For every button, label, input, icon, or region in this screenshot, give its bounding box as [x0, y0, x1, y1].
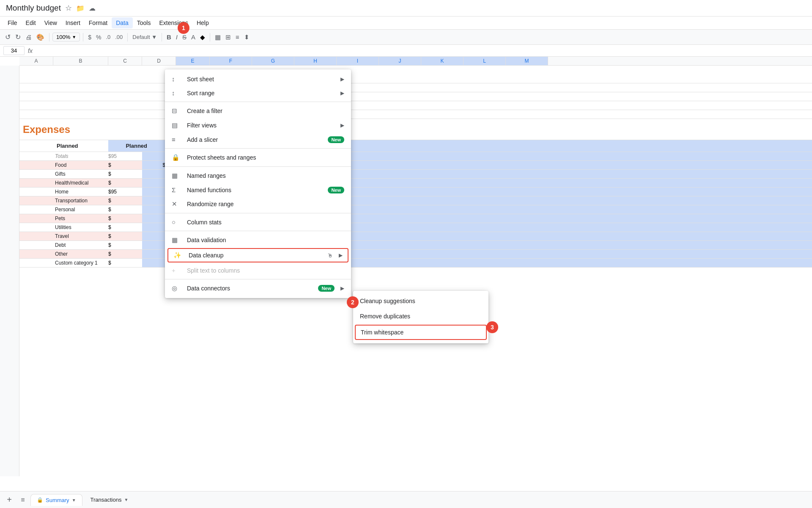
table-row: Transportation $ $450 $0 -$450: [19, 196, 812, 205]
menu-sort-sheet[interactable]: ↕ Sort sheet ▶: [165, 72, 351, 86]
filter-icon: ⊟: [172, 107, 181, 115]
table-row: Food $ $12,000 $0 -$12,000: [19, 161, 812, 170]
currency-button[interactable]: $: [86, 32, 93, 42]
cell-reference[interactable]: 34: [3, 46, 25, 55]
menu-help[interactable]: Help: [192, 17, 213, 28]
cleanup-suggestions-item[interactable]: Cleanup suggestions: [353, 293, 488, 309]
col-header-d[interactable]: D: [142, 57, 176, 65]
sigma-icon: Σ: [172, 186, 181, 193]
fill-color-button[interactable]: ◆: [198, 32, 207, 43]
valign-button[interactable]: ⬍: [242, 32, 251, 43]
data-menu: ↕ Sort sheet ▶ ↕ Sort range ▶ ⊟ Create a…: [165, 69, 351, 298]
menu-edit[interactable]: Edit: [22, 17, 40, 28]
borders-button[interactable]: ▦: [213, 32, 222, 43]
menu-filter-views[interactable]: ▤ Filter views ▶: [165, 118, 351, 133]
remove-duplicates-label: Remove duplicates: [360, 313, 410, 320]
menu-data-cleanup[interactable]: ✨ Data cleanup 🖱 ▶: [167, 248, 348, 262]
paint-format-button[interactable]: 🎨: [35, 32, 46, 43]
menu-data[interactable]: Data: [112, 17, 133, 28]
fx-icon: fx: [28, 47, 33, 54]
named-ranges-icon: ▦: [172, 172, 181, 179]
menu-named-functions[interactable]: Σ Named functions New: [165, 183, 351, 197]
menu-insert[interactable]: Insert: [61, 17, 85, 28]
col-header-a[interactable]: A: [19, 57, 53, 65]
menu-sort-range[interactable]: ↕ Sort range ▶: [165, 86, 351, 100]
stats-icon: ○: [172, 218, 181, 226]
table-row: Custom category 1 $: [19, 259, 812, 268]
trim-whitespace-label: Trim whitespace: [361, 329, 403, 336]
col-header-g[interactable]: G: [252, 57, 294, 65]
split-text-label: Split text to columns: [187, 267, 344, 274]
data-validation-label: Data validation: [187, 237, 344, 243]
step3-badge: 3: [486, 321, 498, 333]
menu-tools[interactable]: Tools: [133, 17, 155, 28]
sheet-menu-button[interactable]: ≡: [17, 494, 29, 506]
zoom-selector[interactable]: 100% ▼: [52, 33, 80, 41]
remove-duplicates-item[interactable]: Remove duplicates: [353, 309, 488, 324]
slicer-icon: ≡: [172, 136, 181, 143]
planned-col-header: Planned: [53, 143, 108, 149]
percent-button[interactable]: %: [94, 32, 103, 42]
data-cleanup-label: Data cleanup: [189, 252, 321, 259]
folder-icon[interactable]: 📁: [76, 4, 85, 12]
data-cleanup-arrow: ▶: [339, 252, 343, 258]
validation-icon: ▦: [172, 236, 181, 244]
bold-button[interactable]: B: [165, 32, 173, 42]
redo-button[interactable]: ↻: [14, 31, 22, 43]
split-icon: +: [172, 267, 181, 274]
menu-format[interactable]: Format: [85, 17, 112, 28]
filter-views-label: Filter views: [187, 122, 335, 129]
col-header-l[interactable]: L: [464, 57, 506, 65]
expenses-title: Expenses: [23, 124, 70, 135]
merge-button[interactable]: ⊞: [224, 32, 233, 43]
font-family-button[interactable]: Default ▼: [131, 32, 159, 42]
decimal-increase-button[interactable]: .00: [113, 32, 124, 42]
tab-summary[interactable]: 🔒 Summary ▼: [30, 494, 82, 506]
star-icon[interactable]: ☆: [65, 3, 72, 13]
table-row: Home $95 $500 $0 -$500: [19, 188, 812, 196]
transactions-tab-dropdown[interactable]: ▼: [124, 497, 128, 502]
randomize-icon: ✕: [172, 200, 181, 208]
col-header-f[interactable]: F: [210, 57, 252, 65]
col-header-i[interactable]: I: [337, 57, 379, 65]
sort-range-label: Sort range: [187, 90, 335, 97]
align-button[interactable]: ≡: [234, 32, 241, 42]
menu-column-stats[interactable]: ○ Column stats: [165, 215, 351, 229]
col-header-e[interactable]: E: [176, 57, 210, 65]
col-header-k[interactable]: K: [421, 57, 464, 65]
menu-add-slicer[interactable]: ≡ Add a slicer New: [165, 133, 351, 146]
col-header-m[interactable]: M: [506, 57, 548, 65]
tab-transactions[interactable]: Transactions ▼: [84, 494, 135, 506]
menu-randomize-range[interactable]: ✕ Randomize range: [165, 197, 351, 211]
table-row: Personal $ $50 $0 -$50: [19, 205, 812, 214]
table-row: Gifts $ $1,450 $1,500 +$50: [19, 170, 812, 179]
col-header-c[interactable]: C: [108, 57, 142, 65]
lock-tab-icon: 🔒: [37, 497, 43, 503]
col-header-j[interactable]: J: [379, 57, 421, 65]
col-header-b[interactable]: B: [53, 57, 108, 65]
trim-whitespace-item[interactable]: Trim whitespace: [355, 325, 487, 340]
connectors-arrow: ▶: [340, 285, 344, 291]
table-row: Debt $: [19, 241, 812, 250]
summary-tab-dropdown[interactable]: ▼: [72, 498, 76, 502]
print-button[interactable]: 🖨: [24, 32, 33, 42]
italic-button[interactable]: I: [174, 32, 179, 42]
undo-button[interactable]: ↺: [3, 31, 12, 43]
menu-named-ranges[interactable]: ▦ Named ranges: [165, 168, 351, 183]
named-functions-label: Named functions: [187, 187, 322, 193]
sort-range-icon: ↕: [172, 89, 181, 97]
decimal-decrease-button[interactable]: .0: [104, 32, 112, 42]
cloud-icon[interactable]: ☁: [89, 4, 96, 12]
table-row: Totals $95 #REF! $1,500 -$13,200: [19, 152, 812, 161]
menu-view[interactable]: View: [40, 17, 61, 28]
step2-badge: 2: [347, 296, 359, 308]
menu-data-connectors[interactable]: ◎ Data connectors New ▶: [165, 281, 351, 295]
menu-protect-sheets[interactable]: 🔒 Protect sheets and ranges: [165, 150, 351, 165]
menu-create-filter[interactable]: ⊟ Create a filter: [165, 104, 351, 118]
menu-data-validation[interactable]: ▦ Data validation: [165, 233, 351, 247]
filter-views-arrow: ▶: [340, 122, 344, 128]
menu-file[interactable]: File: [3, 17, 22, 28]
add-sheet-button[interactable]: +: [3, 494, 15, 506]
text-color-button[interactable]: A: [189, 32, 197, 42]
col-header-h[interactable]: H: [294, 57, 337, 65]
